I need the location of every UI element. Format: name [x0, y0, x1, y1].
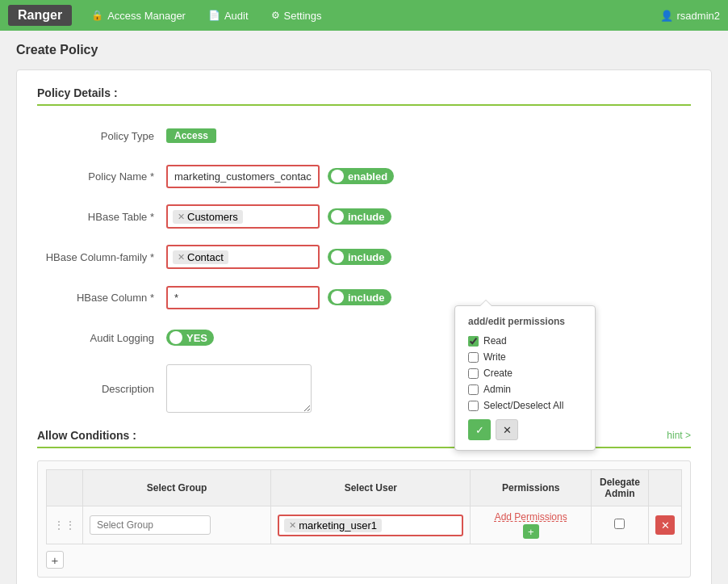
select-user-cell: ✕ marketing_user1	[271, 506, 471, 544]
popup-ok-button[interactable]: ✓	[468, 419, 491, 440]
drag-col-header	[47, 470, 83, 506]
description-label: Description	[37, 383, 166, 395]
conditions-table-container: Select Group Select User Permissions Del…	[37, 460, 691, 578]
table-row: ⋮⋮ ✕ marketing_user1	[47, 506, 682, 544]
read-checkbox[interactable]	[468, 336, 479, 347]
delete-cell: ✕	[649, 506, 682, 544]
hbase-column-input[interactable]	[166, 286, 320, 309]
toggle-circle	[331, 291, 344, 304]
audit-logging-toggle[interactable]: YES	[166, 330, 214, 346]
select-user-value-tag: ✕ marketing_user1	[284, 519, 382, 532]
user-info: 👤 rsadmin2	[660, 10, 720, 22]
delegate-admin-checkbox[interactable]	[614, 519, 625, 529]
policy-name-control: enabled	[166, 165, 394, 188]
select-group-cell	[83, 506, 271, 544]
hbase-column-toggle[interactable]: include	[328, 289, 391, 305]
audit-logging-label: Audit Logging	[37, 332, 166, 344]
read-label: Read	[483, 335, 507, 347]
conditions-table: Select Group Select User Permissions Del…	[46, 469, 682, 544]
delegate-admin-cell	[591, 506, 648, 544]
popup-box: add/edit permissions Read Write Create A…	[454, 305, 596, 451]
policy-name-input[interactable]	[166, 165, 320, 188]
add-permissions-plus-button[interactable]: +	[523, 524, 539, 539]
write-checkbox[interactable]	[468, 352, 479, 363]
hbase-column-family-label: HBase Column-family *	[37, 251, 166, 263]
hbase-table-tag: ✕ Customers	[173, 210, 243, 224]
add-permissions-link[interactable]: Add Permissions	[495, 511, 567, 523]
allow-conditions-title: Allow Conditions :	[37, 429, 136, 442]
permissions-popup: add/edit permissions Read Write Create A…	[454, 305, 596, 451]
hbase-column-label: HBase Column *	[37, 292, 166, 304]
page-container: Create Policy Policy Details : Policy Ty…	[0, 31, 728, 584]
permissions-header: Permissions	[471, 470, 592, 506]
conditions-table-header-row: Select Group Select User Permissions Del…	[47, 470, 682, 506]
policy-type-control: Access	[166, 128, 216, 143]
hbase-column-family-toggle[interactable]: include	[328, 249, 391, 265]
action-col-header	[649, 470, 682, 506]
toggle-circle	[331, 170, 344, 183]
tag-remove-user-icon[interactable]: ✕	[289, 520, 296, 531]
main-card: Policy Details : Policy Type Access Poli…	[16, 69, 712, 584]
hbase-table-toggle[interactable]: include	[328, 208, 391, 225]
create-checkbox[interactable]	[468, 368, 479, 379]
popup-title: add/edit permissions	[468, 316, 582, 327]
conditions-table-head: Select Group Select User Permissions Del…	[47, 470, 682, 506]
document-icon: 📄	[208, 10, 220, 21]
add-row-button[interactable]: +	[46, 551, 64, 569]
description-textarea[interactable]	[166, 364, 312, 413]
delegate-admin-header: DelegateAdmin	[591, 470, 648, 506]
page-title: Create Policy	[16, 43, 712, 57]
hbase-column-family-input[interactable]: ✕ Contact	[166, 245, 320, 269]
allow-conditions-section: Allow Conditions : hint > Select Group S…	[37, 429, 691, 578]
hbase-column-family-control: ✕ Contact include	[166, 245, 391, 269]
policy-name-label: Policy Name *	[37, 170, 166, 183]
delete-row-button[interactable]: ✕	[655, 515, 675, 535]
add-permissions-btn: Add Permissions +	[477, 511, 584, 539]
select-user-header: Select User	[271, 470, 471, 506]
hbase-column-control: include	[166, 286, 391, 309]
description-control	[166, 364, 312, 413]
hbase-column-family-row: HBase Column-family * ✕ Contact include	[37, 243, 691, 271]
admin-checkbox[interactable]	[468, 384, 479, 395]
admin-label: Admin	[483, 384, 511, 395]
shield-icon: 🔒	[91, 10, 103, 21]
nav-audit[interactable]: 📄 Audit	[197, 5, 260, 27]
top-navigation: Ranger 🔒 Access Manager 📄 Audit ⚙ Settin…	[0, 0, 728, 31]
policy-name-row: Policy Name * enabled	[37, 162, 691, 190]
nav-settings[interactable]: ⚙ Settings	[260, 5, 333, 27]
popup-create-row: Create	[468, 368, 582, 379]
user-icon: 👤	[660, 10, 673, 22]
select-deselect-all-label: Select/Deselect All	[483, 400, 563, 411]
select-deselect-all-checkbox[interactable]	[468, 401, 479, 411]
policy-type-badge: Access	[166, 128, 216, 143]
policy-name-toggle[interactable]: enabled	[328, 168, 394, 184]
conditions-table-body: ⋮⋮ ✕ marketing_user1	[47, 506, 682, 544]
hbase-table-label: HBase Table *	[37, 211, 166, 223]
policy-type-label: Policy Type	[37, 130, 166, 142]
popup-footer: ✓ ✕	[468, 419, 582, 440]
permissions-cell: Add Permissions +	[471, 506, 592, 544]
hint-link[interactable]: hint >	[667, 430, 691, 441]
hbase-table-control: ✕ Customers include	[166, 204, 391, 229]
drag-handle-icon[interactable]: ⋮⋮	[53, 519, 76, 531]
select-user-tag[interactable]: ✕ marketing_user1	[278, 515, 463, 536]
select-group-header: Select Group	[83, 470, 271, 506]
popup-write-row: Write	[468, 351, 582, 363]
select-group-input[interactable]	[90, 515, 211, 535]
popup-admin-row: Admin	[468, 384, 582, 395]
policy-type-row: Policy Type Access	[37, 122, 691, 149]
popup-read-row: Read	[468, 335, 582, 347]
create-label: Create	[483, 368, 513, 379]
tag-remove-icon[interactable]: ✕	[178, 212, 185, 222]
app-logo: Ranger	[8, 5, 72, 26]
drag-handle-cell: ⋮⋮	[47, 506, 83, 544]
toggle-circle	[331, 210, 344, 223]
nav-access-manager[interactable]: 🔒 Access Manager	[80, 5, 197, 27]
policy-details-section-title: Policy Details :	[37, 86, 691, 106]
hbase-table-row: HBase Table * ✕ Customers include	[37, 203, 691, 230]
toggle-circle	[331, 250, 344, 263]
hbase-table-input[interactable]: ✕ Customers	[166, 204, 320, 229]
toggle-circle	[169, 331, 182, 344]
popup-cancel-button[interactable]: ✕	[496, 419, 518, 440]
tag-remove-icon[interactable]: ✕	[178, 252, 185, 263]
